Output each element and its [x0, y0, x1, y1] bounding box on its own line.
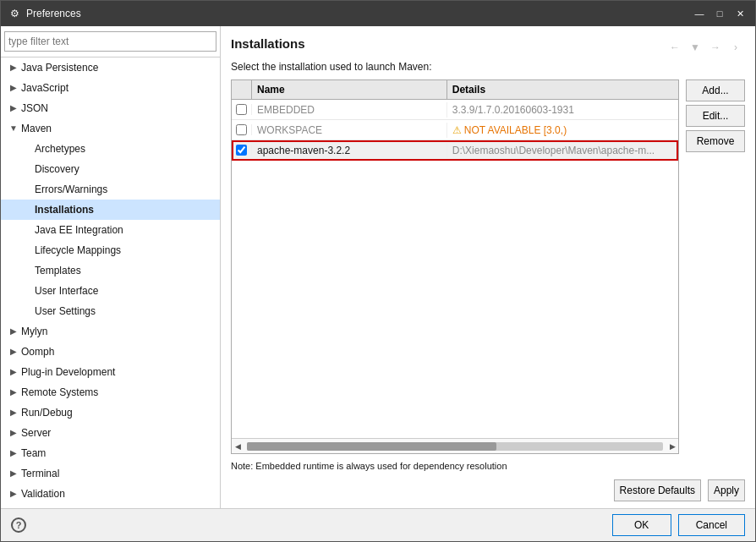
sidebar-item-archetypes[interactable]: Archetypes: [1, 139, 220, 159]
right-panel: Installations ← ▼ → › Select the install…: [221, 26, 755, 508]
sidebar-item-label: Run/Debug: [21, 404, 73, 421]
row-details-apache-maven: D:\Xiemaoshu\Developer\Maven\apache-m...: [447, 143, 678, 158]
expand-icon[interactable]: ▶: [8, 62, 19, 74]
sidebar-item-label: JSON: [21, 100, 48, 117]
expand-icon[interactable]: ▶: [8, 488, 19, 500]
sidebar-item-label: Lifecycle Mappings: [35, 242, 121, 259]
sidebar-item-maven[interactable]: ▼Maven: [1, 118, 220, 139]
sidebar-item-user-settings[interactable]: User Settings: [1, 301, 220, 321]
scroll-right-arrow[interactable]: ▶: [666, 441, 678, 452]
minimize-button[interactable]: —: [691, 7, 708, 20]
table-row[interactable]: apache-maven-3.2.2D:\Xiemaoshu\Developer…: [232, 140, 678, 161]
remove-button[interactable]: Remove: [686, 130, 745, 152]
title-bar-controls: — □ ✕: [691, 7, 748, 20]
sidebar-item-label: Terminal: [21, 465, 59, 482]
tree-scroll[interactable]: ▶Java Persistence▶JavaScript▶JSON▼MavenA…: [1, 57, 220, 508]
sidebar-item-lifecycle-mappings[interactable]: Lifecycle Mappings: [1, 240, 220, 260]
sidebar-item-label: Server: [21, 424, 51, 441]
preferences-window: ⚙ Preferences — □ ✕ ▶Java Persistence▶Ja…: [0, 0, 756, 542]
expand-icon[interactable]: ▶: [8, 386, 19, 398]
collapse-icon[interactable]: ▼: [8, 123, 19, 134]
expand-icon[interactable]: ▶: [8, 468, 19, 479]
sidebar-item-java-ee-integration[interactable]: Java EE Integration: [1, 220, 220, 240]
sidebar-item-validation[interactable]: ▶Validation: [1, 484, 220, 504]
sidebar-item-user-interface[interactable]: User Interface: [1, 281, 220, 301]
nav-buttons: ← ▼ → ›: [666, 38, 745, 57]
sidebar-item-label: Archetypes: [35, 140, 85, 157]
row-checkbox-workspace[interactable]: [236, 124, 247, 135]
restore-button[interactable]: □: [711, 7, 728, 20]
sidebar-item-label: Installations: [35, 201, 94, 218]
row-checkbox-cell[interactable]: [232, 104, 252, 115]
bottom-bar: ? OK Cancel: [1, 508, 755, 541]
sidebar-item-remote-systems[interactable]: ▶Remote Systems: [1, 382, 220, 402]
sidebar-item-label: Remote Systems: [21, 384, 98, 401]
expand-icon[interactable]: ▶: [8, 447, 19, 459]
window-title: Preferences: [26, 8, 691, 19]
nav-dropdown-button[interactable]: ▼: [686, 38, 704, 57]
table-row[interactable]: WORKSPACE⚠NOT AVAILABLE [3.0,): [232, 120, 678, 140]
horizontal-scrollbar[interactable]: ◀ ▶: [232, 438, 678, 453]
sidebar-item-label: User Settings: [35, 303, 96, 320]
sidebar-item-discovery[interactable]: Discovery: [1, 159, 220, 179]
note-bar: Note: Embedded runtime is always used fo…: [231, 454, 745, 474]
table-body: EMBEDDED3.3.9/1.7.0.20160603-1931WORKSPA…: [232, 100, 678, 438]
sidebar-item-errors-warnings[interactable]: Errors/Warnings: [1, 179, 220, 200]
sidebar-item-terminal[interactable]: ▶Terminal: [1, 463, 220, 484]
row-checkbox-cell[interactable]: [232, 145, 252, 156]
close-button[interactable]: ✕: [731, 7, 748, 20]
sidebar-item-installations[interactable]: Installations: [1, 200, 220, 220]
sidebar-item-team[interactable]: ▶Team: [1, 443, 220, 463]
sidebar-item-label: Mylyn: [21, 323, 47, 340]
row-name-apache-maven: apache-maven-3.2.2: [252, 143, 447, 158]
sidebar-item-label: Templates: [35, 262, 81, 279]
note-text: Note: Embedded runtime is always used fo…: [231, 461, 507, 471]
expand-icon[interactable]: ▶: [8, 82, 19, 94]
expand-icon[interactable]: ▶: [8, 102, 19, 114]
sidebar-item-java-persistence[interactable]: ▶Java Persistence: [1, 57, 220, 78]
scrollbar-thumb[interactable]: [247, 442, 496, 451]
scrollbar-track[interactable]: [247, 442, 663, 451]
ok-button[interactable]: OK: [612, 514, 671, 536]
nav-forward-alt-button[interactable]: ›: [726, 38, 745, 57]
table-row[interactable]: EMBEDDED3.3.9/1.7.0.20160603-1931: [232, 100, 678, 120]
panel-subtitle: Select the installation used to launch M…: [231, 61, 745, 73]
help-button[interactable]: ?: [11, 517, 26, 533]
row-details-embedded: 3.3.9/1.7.0.20160603-1931: [447, 102, 678, 118]
row-checkbox-embedded[interactable]: [236, 104, 247, 115]
title-bar: ⚙ Preferences — □ ✕: [1, 1, 755, 26]
nav-forward-button[interactable]: →: [706, 38, 725, 57]
scroll-left-arrow[interactable]: ◀: [232, 441, 244, 452]
sidebar-item-server[interactable]: ▶Server: [1, 423, 220, 443]
th-check: [232, 80, 252, 99]
expand-icon[interactable]: ▶: [8, 427, 19, 439]
sidebar-item-run-debug[interactable]: ▶Run/Debug: [1, 402, 220, 423]
sidebar-item-label: Plug-in Development: [21, 364, 115, 380]
sidebar-item-mylyn[interactable]: ▶Mylyn: [1, 321, 220, 342]
nav-back-button[interactable]: ←: [666, 38, 684, 57]
main-content: ▶Java Persistence▶JavaScript▶JSON▼MavenA…: [1, 26, 755, 508]
add-button[interactable]: Add...: [686, 79, 745, 101]
row-name-embedded: EMBEDDED: [252, 102, 447, 118]
cancel-button[interactable]: Cancel: [678, 514, 745, 536]
app-icon: ⚙: [8, 7, 21, 20]
expand-icon[interactable]: ▶: [8, 346, 19, 358]
restore-defaults-button[interactable]: Restore Defaults: [614, 479, 701, 501]
sidebar-item-templates[interactable]: Templates: [1, 260, 220, 281]
expand-icon[interactable]: ▶: [8, 326, 19, 337]
search-input[interactable]: [4, 31, 216, 52]
expand-icon[interactable]: ▶: [8, 366, 19, 378]
sidebar-item-label: User Interface: [35, 282, 98, 299]
row-checkbox-apache-maven[interactable]: [236, 145, 247, 156]
sidebar-item-oomph[interactable]: ▶Oomph: [1, 342, 220, 362]
expand-icon[interactable]: ▶: [8, 407, 19, 419]
row-checkbox-cell[interactable]: [232, 124, 252, 135]
table-action-buttons: Add... Edit... Remove: [686, 79, 745, 454]
installations-area: Name Details EMBEDDED3.3.9/1.7.0.2016060…: [231, 79, 745, 454]
sidebar-item-json[interactable]: ▶JSON: [1, 98, 220, 118]
sidebar-item-label: Maven: [21, 120, 52, 137]
sidebar-item-javascript[interactable]: ▶JavaScript: [1, 78, 220, 98]
sidebar-item-plugin-development[interactable]: ▶Plug-in Development: [1, 362, 220, 382]
apply-button[interactable]: Apply: [708, 479, 745, 501]
edit-button[interactable]: Edit...: [686, 105, 745, 127]
